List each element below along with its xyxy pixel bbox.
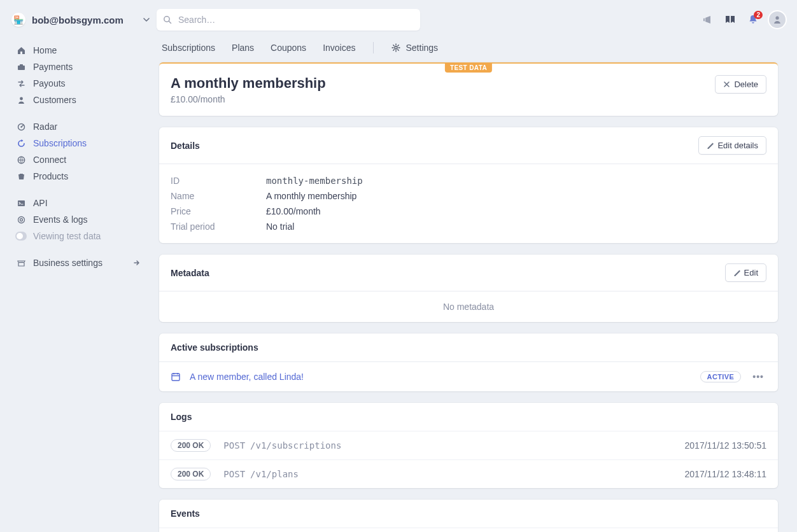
http-method: POST — [223, 440, 245, 451]
sidebar-item-test-toggle[interactable]: Viewing test data — [11, 228, 144, 244]
store-front-icon — [15, 258, 27, 268]
sidebar-item-connect[interactable]: Connect — [11, 151, 144, 168]
logs-card: Logs 200 OK POST /v1/subscriptions 2017/… — [159, 403, 778, 488]
active-subscriptions-card: Active subscriptions A new member, calle… — [159, 333, 778, 391]
subscription-row[interactable]: A new member, called Linda! ACTIVE ••• — [159, 362, 778, 391]
svg-point-7 — [20, 126, 22, 127]
sidebar-item-label: Home — [33, 45, 57, 55]
button-label: Delete — [734, 80, 758, 89]
tab-plans[interactable]: Plans — [232, 43, 254, 53]
svg-rect-13 — [172, 374, 180, 381]
detail-key: Price — [171, 206, 266, 216]
close-icon — [723, 81, 730, 88]
target-icon — [15, 215, 27, 225]
sidebar-item-payments[interactable]: Payments — [11, 59, 144, 75]
pencil-icon — [733, 269, 740, 276]
tab-subscriptions[interactable]: Subscriptions — [162, 43, 215, 53]
search-input[interactable] — [157, 9, 420, 31]
event-row[interactable]: A new plan called A monthly membership w… — [159, 528, 778, 532]
detail-value: A monthly membership — [266, 191, 356, 201]
sidebar: Home Payments Payouts Customers Radar — [0, 31, 150, 532]
sidebar-item-subscriptions[interactable]: Subscriptions — [11, 135, 144, 151]
sidebar-item-label: Business settings — [33, 258, 102, 268]
sidebar-item-api[interactable]: API — [11, 195, 144, 211]
delete-button[interactable]: Delete — [715, 75, 766, 94]
svg-rect-4 — [20, 64, 23, 66]
card-title: Logs — [171, 412, 192, 422]
connect-icon — [15, 155, 27, 165]
account-switcher[interactable]: 🏪 bob@bobsgym.com — [11, 13, 150, 27]
detail-row-trial: Trial period No trial — [171, 219, 766, 234]
sidebar-item-label: Payouts — [33, 78, 66, 88]
subnav: Subscriptions Plans Coupons Invoices Set… — [159, 42, 778, 62]
sidebar-item-payouts[interactable]: Payouts — [11, 75, 144, 92]
toggle-icon — [15, 232, 27, 241]
detail-row-name: Name A monthly membership — [171, 188, 766, 204]
svg-point-11 — [20, 218, 22, 221]
http-path: /v1/subscriptions — [250, 440, 341, 451]
metadata-empty: No metadata — [159, 291, 778, 322]
svg-point-12 — [395, 46, 397, 49]
sidebar-item-products[interactable]: Products — [11, 168, 144, 185]
gear-icon — [391, 43, 400, 52]
button-label: Edit — [744, 268, 758, 277]
detail-value: monthly-membership — [266, 176, 363, 186]
transfer-icon — [15, 79, 27, 88]
edit-metadata-button[interactable]: Edit — [725, 263, 766, 282]
sidebar-item-label: Subscriptions — [33, 138, 87, 148]
detail-row-id: ID monthly-membership — [171, 173, 766, 188]
log-row[interactable]: 200 OK POST /v1/plans 2017/11/12 13:48:1… — [159, 459, 778, 488]
docs-icon[interactable] — [723, 13, 737, 27]
calendar-icon — [171, 372, 181, 382]
test-data-badge: TEST DATA — [445, 63, 492, 73]
sidebar-item-label: Radar — [33, 122, 57, 132]
content: Subscriptions Plans Coupons Invoices Set… — [150, 31, 787, 532]
topbar: 🏪 bob@bobsgym.com 2 — [0, 0, 797, 31]
detail-key: Trial period — [171, 221, 266, 232]
card-title: Events — [171, 508, 200, 519]
sidebar-item-customers[interactable]: Customers — [11, 92, 144, 108]
detail-row-price: Price £10.00/month — [171, 204, 766, 219]
sidebar-item-label: Connect — [33, 155, 66, 165]
svg-rect-3 — [18, 66, 25, 70]
user-avatar[interactable] — [769, 11, 786, 28]
detail-value: £10.00/month — [266, 206, 321, 216]
tab-coupons[interactable]: Coupons — [271, 43, 306, 53]
log-timestamp: 2017/11/12 13:48:11 — [685, 469, 766, 479]
account-email: bob@bobsgym.com — [32, 15, 123, 25]
pencil-icon — [707, 142, 714, 149]
button-label: Edit details — [717, 141, 758, 150]
edit-details-button[interactable]: Edit details — [698, 136, 766, 155]
log-row[interactable]: 200 OK POST /v1/subscriptions 2017/11/12… — [159, 431, 778, 459]
http-status-pill: 200 OK — [171, 439, 211, 452]
plan-price: £10.00/month — [171, 94, 326, 104]
briefcase-icon — [15, 62, 27, 72]
row-actions-menu[interactable]: ••• — [750, 372, 766, 382]
http-path: /v1/plans — [250, 469, 299, 479]
bell-icon[interactable]: 2 — [746, 13, 760, 27]
plan-title: A monthly membership — [171, 75, 326, 92]
sidebar-item-home[interactable]: Home — [11, 42, 144, 59]
home-icon — [15, 46, 27, 55]
customers-icon — [15, 95, 27, 105]
svg-rect-9 — [18, 200, 25, 206]
svg-line-1 — [169, 21, 171, 23]
search-icon — [163, 15, 172, 24]
divider — [373, 42, 374, 53]
sidebar-item-events-logs[interactable]: Events & logs — [11, 211, 144, 228]
terminal-icon — [15, 199, 27, 208]
card-title: Details — [171, 141, 200, 151]
subscription-link[interactable]: A new member, called Linda! — [190, 372, 304, 382]
products-icon — [15, 172, 27, 181]
sidebar-item-radar[interactable]: Radar — [11, 118, 144, 135]
refresh-icon — [15, 139, 27, 148]
sidebar-item-label: Customers — [33, 95, 76, 105]
megaphone-icon[interactable] — [700, 13, 714, 27]
details-card: Details Edit details ID monthly-membersh… — [159, 127, 778, 243]
tab-invoices[interactable]: Invoices — [323, 43, 355, 53]
store-icon: 🏪 — [11, 13, 25, 27]
detail-key: Name — [171, 191, 266, 201]
tab-settings[interactable]: Settings — [391, 43, 438, 53]
sidebar-item-business-settings[interactable]: Business settings — [11, 255, 144, 271]
notification-count: 2 — [754, 11, 763, 19]
